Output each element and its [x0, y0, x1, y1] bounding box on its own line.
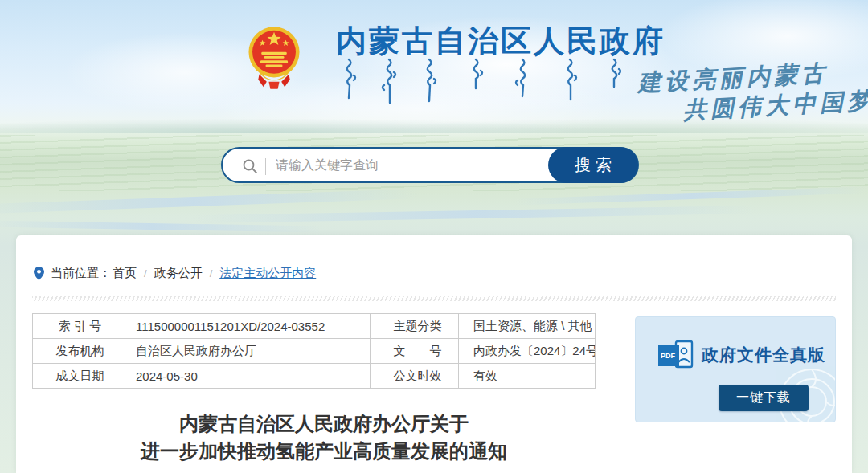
- pdf-icon: PDF: [658, 340, 695, 370]
- content-card: 当前位置： 首页 / 政务公开 / 法定主动公开内容 索 引 号 1115000…: [16, 235, 852, 473]
- pdf-icon-label: PDF: [661, 352, 676, 360]
- table-row: 成文日期 2024-05-30 公文时效 有效: [33, 364, 596, 389]
- table-row: 索 引 号 1115000001151201XD/2024-03552 主题分类…: [33, 314, 596, 339]
- search-input[interactable]: [276, 150, 581, 180]
- meta-value: 2024-05-30: [121, 364, 371, 389]
- breadcrumb-home[interactable]: 首页: [113, 266, 137, 281]
- breadcrumb-zhengwu[interactable]: 政务公开: [154, 266, 203, 281]
- table-row: 发布机构 自治区人民政府办公厅 文 号 内政办发〔2024〕24号: [33, 339, 596, 364]
- meta-label: 文 号: [371, 339, 459, 364]
- breadcrumb: 当前位置： 首页 / 政务公开 / 法定主动公开内容: [34, 266, 317, 281]
- search-icon: [242, 158, 258, 174]
- breadcrumb-current[interactable]: 法定主动公开内容: [219, 266, 316, 281]
- national-emblem-icon: [248, 22, 301, 100]
- meta-label: 公文时效: [371, 364, 459, 389]
- hatched-divider: [32, 296, 836, 301]
- meta-label: 主题分类: [371, 314, 459, 339]
- search-button[interactable]: 搜索: [548, 147, 638, 183]
- download-card: PDF 政府文件全真版 一键下载: [635, 316, 836, 422]
- column-divider: [616, 313, 616, 473]
- one-click-download-button[interactable]: 一键下载: [719, 385, 809, 411]
- mongolian-script: [341, 58, 624, 104]
- location-pin-icon: [34, 267, 44, 280]
- search-bar: 搜索: [221, 147, 639, 183]
- meta-label: 索 引 号: [33, 314, 121, 339]
- search-divider: [265, 158, 266, 175]
- meta-label: 成文日期: [33, 364, 121, 389]
- site-title: 内蒙古自治区人民政府: [336, 21, 665, 62]
- meta-label: 发布机构: [33, 339, 121, 364]
- breadcrumb-separator: /: [144, 267, 147, 279]
- breadcrumb-label: 当前位置：: [51, 266, 111, 281]
- page: 内蒙古自治区人民政府 建设亮丽内蒙古 共圆伟大中国梦 搜索: [0, 0, 868, 473]
- meta-value: 有效: [459, 364, 596, 389]
- document-title-line-1: 内蒙古自治区人民政府办公厅关于: [32, 410, 616, 438]
- document-title: 内蒙古自治区人民政府办公厅关于 进一步加快推动氢能产业高质量发展的通知: [32, 410, 616, 465]
- download-card-title: 政府文件全真版: [702, 344, 825, 366]
- meta-value: 内政办发〔2024〕24号: [459, 339, 596, 364]
- doc-meta-table: 索 引 号 1115000001151201XD/2024-03552 主题分类…: [32, 313, 596, 389]
- meta-value: 国土资源、能源 \ 其他: [459, 314, 596, 339]
- breadcrumb-separator: /: [210, 267, 213, 279]
- download-card-header: PDF 政府文件全真版: [658, 340, 825, 370]
- meta-value: 自治区人民政府办公厅: [121, 339, 371, 364]
- meta-value: 1115000001151201XD/2024-03552: [121, 314, 371, 339]
- document-title-line-2: 进一步加快推动氢能产业高质量发展的通知: [32, 438, 616, 465]
